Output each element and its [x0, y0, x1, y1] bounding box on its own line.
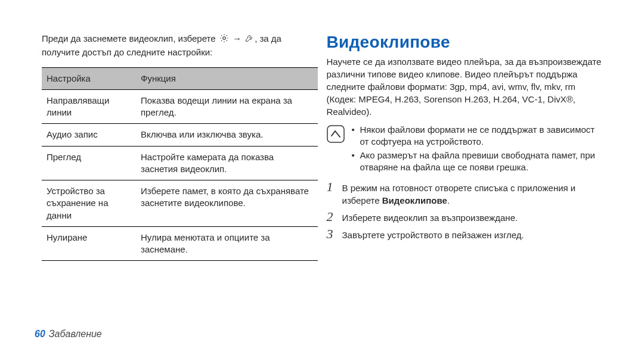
intro-comma: , — [255, 33, 257, 43]
cell-setting: Нулиране — [42, 226, 136, 261]
left-column: Преди да заснемете видеоклип, изберете →… — [33, 33, 327, 316]
step-row: 1 В режим на готовност отворете списъка … — [327, 180, 603, 207]
cell-setting: Преглед — [42, 146, 136, 180]
step-row: 3 Завъртете устройството в пейзажен изгл… — [327, 228, 603, 241]
step-row: 2 Изберете видеоклип за възпроизвеждане. — [327, 210, 603, 224]
table-row: Устройство за съхранение на данни Избере… — [42, 180, 318, 227]
step-text: В режим на готовност отворете списъка с … — [342, 180, 603, 207]
step-pre: В режим на готовност отворете списъка с … — [342, 183, 576, 205]
cell-function: Настройте камерата да показва заснетия в… — [136, 146, 318, 180]
step-pre: Изберете видеоклип за възпроизвеждане. — [342, 213, 518, 223]
gear-icon — [219, 33, 230, 46]
header-function: Функция — [136, 67, 318, 89]
cell-function: Показва водещи линии на екрана за прегле… — [136, 89, 318, 124]
svg-rect-1 — [327, 126, 344, 142]
intro-text: Преди да заснемете видеоклип, изберете →… — [42, 33, 318, 59]
step-number: 3 — [327, 228, 342, 241]
note-item: Ако размерът на файла превиши свободната… — [352, 149, 603, 174]
cell-setting: Направляващи линии — [42, 89, 136, 124]
step-text: Изберете видеоклип за възпроизвеждане. — [342, 210, 518, 224]
table-row: Нулиране Нулира менютата и опциите за за… — [42, 226, 318, 261]
steps-list: 1 В режим на готовност отворете списъка … — [327, 180, 603, 241]
page-footer: 60 Забавление — [35, 329, 102, 339]
intro-mid: → — [230, 33, 244, 43]
step-number: 1 — [327, 180, 342, 194]
section-name: Забавление — [49, 329, 102, 339]
cell-setting: Устройство за съхранение на данни — [42, 180, 136, 227]
wrench-icon — [244, 33, 254, 46]
note-icon — [327, 125, 345, 145]
table-header-row: Настройка Функция — [42, 67, 318, 89]
section-title: Видеоклипове — [327, 33, 603, 52]
table-row: Преглед Настройте камерата да показва за… — [42, 146, 318, 180]
note-list: Някои файлови формати не се поддържат в … — [352, 124, 603, 174]
table-row: Направляващи линии Показва водещи линии … — [42, 89, 318, 124]
note-block: Някои файлови формати не се поддържат в … — [327, 124, 603, 174]
step-number: 2 — [327, 210, 342, 223]
cell-function: Изберете памет, в която да съхранявате з… — [136, 180, 318, 227]
note-item: Някои файлови формати не се поддържат в … — [352, 124, 603, 148]
settings-table: Настройка Функция Направляващи линии Пок… — [42, 67, 318, 261]
svg-point-0 — [223, 37, 226, 40]
right-column: Видеоклипове Научете се да използвате ви… — [327, 33, 612, 316]
intro-pre: Преди да заснемете видеоклип, изберете — [42, 33, 218, 43]
page-number: 60 — [35, 329, 45, 339]
section-description: Научете се да използвате видео плейъра, … — [327, 55, 603, 118]
step-bold: Видеоклипове — [382, 195, 447, 205]
table-row: Аудио запис Включва или изключва звука. — [42, 124, 318, 146]
step-post: . — [447, 195, 450, 205]
cell-function: Включва или изключва звука. — [136, 124, 318, 146]
cell-function: Нулира менютата и опциите за заснемане. — [136, 226, 318, 261]
step-pre: Завъртете устройството в пейзажен изглед… — [342, 230, 524, 240]
step-text: Завъртете устройството в пейзажен изглед… — [342, 228, 524, 241]
cell-setting: Аудио запис — [42, 124, 136, 146]
header-setting: Настройка — [42, 67, 136, 89]
